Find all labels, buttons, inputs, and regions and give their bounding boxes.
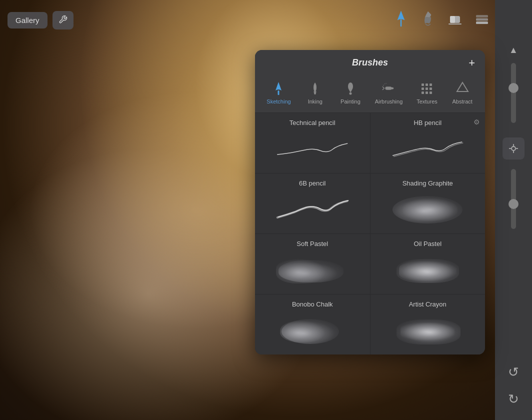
brush-size-thumb[interactable] bbox=[508, 83, 518, 93]
brush-grid: Technical pencil ⚙ HB pencil 6B pencil bbox=[255, 113, 485, 354]
tab-airbrushing[interactable]: Airbrushing bbox=[371, 80, 407, 106]
add-brush-button[interactable]: + bbox=[468, 56, 475, 70]
svg-rect-31 bbox=[430, 92, 432, 94]
brush-preview-bonobo-chalk bbox=[263, 311, 362, 350]
svg-rect-27 bbox=[426, 88, 428, 90]
svg-point-21 bbox=[384, 84, 386, 84]
svg-point-7 bbox=[512, 146, 516, 150]
tab-painting[interactable]: Painting bbox=[336, 80, 366, 106]
brush-name-hb-pencil: HB pencil bbox=[378, 119, 478, 126]
svg-rect-23 bbox=[422, 84, 424, 86]
tab-airbrushing-label: Airbrushing bbox=[375, 98, 403, 104]
tab-abstract-label: Abstract bbox=[452, 98, 472, 104]
brushes-panel: Brushes + Sketching Inking bbox=[255, 50, 485, 354]
svg-rect-12 bbox=[278, 90, 280, 95]
svg-point-22 bbox=[386, 83, 387, 84]
svg-marker-32 bbox=[457, 82, 468, 92]
svg-line-19 bbox=[382, 88, 384, 90]
tab-sketching[interactable]: Sketching bbox=[262, 80, 294, 106]
textures-icon bbox=[420, 82, 434, 96]
brush-preview-soft-pastel bbox=[263, 250, 362, 290]
svg-point-20 bbox=[383, 85, 384, 86]
gear-icon: ⚙ bbox=[474, 118, 480, 126]
tab-textures-label: Textures bbox=[416, 98, 438, 104]
brush-shading-graphite[interactable]: Shading Graphite bbox=[370, 174, 486, 234]
svg-rect-24 bbox=[426, 84, 428, 86]
brush-name-shading-graphite: Shading Graphite bbox=[378, 180, 478, 187]
tab-inking-label: Inking bbox=[308, 98, 322, 104]
brush-preview-oil-pastel bbox=[378, 250, 478, 290]
brush-size-slider[interactable] bbox=[511, 63, 516, 123]
crosshair-button[interactable] bbox=[502, 138, 524, 160]
wrench-button[interactable] bbox=[52, 11, 74, 30]
arrow-up-icon[interactable]: ▲ bbox=[509, 45, 518, 56]
sketching-icon bbox=[272, 82, 286, 96]
brush-hb-pencil[interactable]: ⚙ HB pencil bbox=[370, 113, 486, 173]
opacity-slider[interactable] bbox=[511, 169, 516, 229]
painting-icon bbox=[344, 82, 358, 96]
svg-rect-26 bbox=[422, 88, 424, 90]
brush-name-soft-pastel: Soft Pastel bbox=[263, 240, 362, 248]
svg-rect-29 bbox=[422, 92, 424, 94]
brush-preview-shading-graphite bbox=[378, 190, 478, 230]
brush-oil-pastel[interactable]: Oil Pastel bbox=[370, 234, 486, 294]
brush-technical-pencil[interactable]: Technical pencil bbox=[255, 113, 370, 173]
opacity-thumb[interactable] bbox=[508, 199, 518, 209]
brush-name-artist-crayon: Artist Crayon bbox=[378, 300, 478, 308]
brush-bonobo-chalk[interactable]: Bonobo Chalk bbox=[255, 294, 370, 354]
redo-button[interactable]: ↻ bbox=[502, 388, 524, 410]
svg-rect-30 bbox=[426, 92, 428, 94]
inking-icon bbox=[308, 82, 322, 96]
brush-name-oil-pastel: Oil Pastel bbox=[378, 240, 478, 248]
svg-point-13 bbox=[314, 92, 316, 94]
tab-painting-label: Painting bbox=[340, 98, 360, 104]
svg-point-15 bbox=[349, 92, 352, 95]
brush-preview-hb-pencil bbox=[378, 130, 478, 169]
brush-name-6b-pencil: 6B pencil bbox=[263, 180, 362, 187]
brush-preview-6b-pencil bbox=[263, 190, 362, 230]
tab-inking[interactable]: Inking bbox=[300, 80, 330, 106]
svg-rect-28 bbox=[430, 88, 432, 90]
brush-name-technical-pencil: Technical pencil bbox=[263, 119, 362, 126]
tab-textures[interactable]: Textures bbox=[412, 80, 442, 106]
abstract-icon bbox=[456, 82, 470, 96]
tab-abstract[interactable]: Abstract bbox=[448, 80, 478, 106]
undo-button[interactable]: ↺ bbox=[502, 361, 524, 383]
svg-rect-17 bbox=[390, 88, 394, 90]
brush-preview-artist-crayon bbox=[378, 311, 478, 350]
panel-title: Brushes bbox=[352, 58, 388, 68]
right-sidebar: ▲ ↺ ↻ bbox=[495, 0, 532, 420]
svg-point-14 bbox=[348, 82, 353, 90]
brush-6b-pencil[interactable]: 6B pencil bbox=[255, 174, 370, 234]
panel-header: Brushes + bbox=[255, 50, 485, 76]
airbrushing-icon bbox=[382, 82, 396, 96]
brush-artist-crayon[interactable]: Artist Crayon bbox=[370, 294, 486, 354]
category-tabs: Sketching Inking Painting bbox=[255, 76, 485, 113]
svg-line-18 bbox=[382, 86, 384, 88]
brush-name-bonobo-chalk: Bonobo Chalk bbox=[263, 300, 362, 308]
svg-rect-25 bbox=[430, 84, 432, 86]
brush-soft-pastel[interactable]: Soft Pastel bbox=[255, 234, 370, 294]
top-toolbar: Gallery bbox=[0, 0, 495, 40]
brush-preview-technical-pencil bbox=[263, 130, 362, 169]
tab-sketching-label: Sketching bbox=[266, 98, 290, 104]
gallery-button[interactable]: Gallery bbox=[8, 12, 48, 28]
